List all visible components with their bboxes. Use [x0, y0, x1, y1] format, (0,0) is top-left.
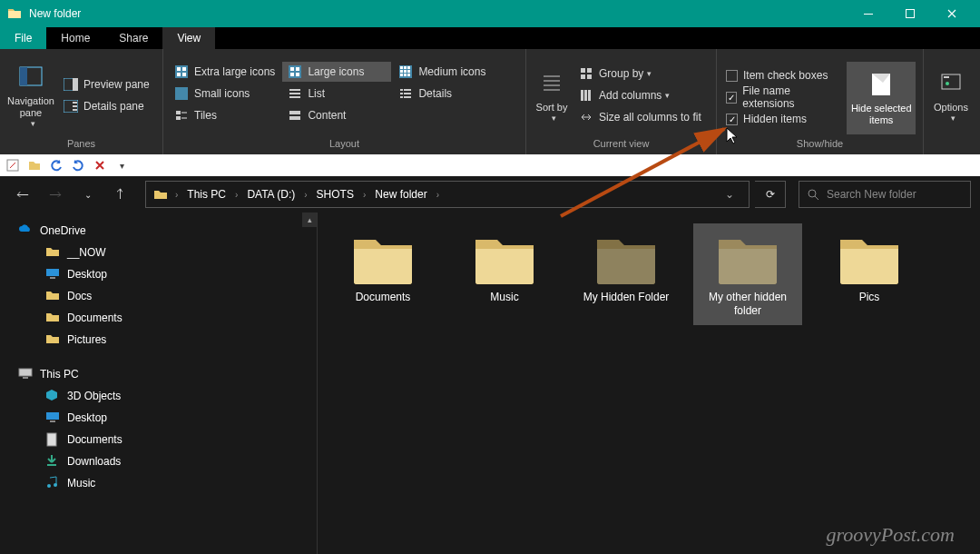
- svg-rect-38: [400, 96, 403, 98]
- grid-icon: [288, 64, 302, 79]
- chevron-down-icon: ▾: [665, 91, 670, 100]
- grid-icon: [174, 86, 189, 101]
- qat-dropdown-icon[interactable]: ▾: [114, 158, 129, 173]
- layout-small[interactable]: Small icons: [169, 84, 280, 104]
- folder-item[interactable]: Documents: [328, 223, 437, 325]
- cursor-icon: [726, 127, 739, 145]
- folder-item[interactable]: My Hidden Folder: [572, 223, 681, 325]
- size-columns-icon: [579, 110, 593, 124]
- breadcrumb-newfolder[interactable]: New folder: [373, 188, 428, 201]
- preview-pane-icon: [64, 77, 78, 92]
- refresh-button[interactable]: ⟳: [755, 181, 786, 208]
- navigation-pane-button[interactable]: Navigation pane ▾: [4, 59, 58, 132]
- cube-icon: [45, 389, 60, 403]
- addressbar-dropdown[interactable]: ⌄: [718, 181, 741, 208]
- svg-point-72: [47, 484, 51, 488]
- delete-icon[interactable]: [93, 158, 107, 173]
- svg-rect-67: [23, 377, 28, 379]
- folder-item[interactable]: Pics: [815, 223, 924, 325]
- redo-icon[interactable]: [71, 158, 85, 173]
- sidebar: ▴ OneDrive __NOW Desktop Docs Documents …: [0, 213, 318, 554]
- recent-dropdown[interactable]: ⌄: [74, 181, 102, 208]
- sidebar-documents[interactable]: Documents: [0, 429, 317, 450]
- breadcrumb-sep[interactable]: ›: [172, 190, 181, 200]
- sidebar-3d-objects[interactable]: 3D Objects: [0, 385, 317, 407]
- preview-pane-button[interactable]: Preview pane: [58, 74, 155, 94]
- svg-rect-70: [47, 433, 56, 446]
- details-icon: [398, 86, 413, 101]
- search-input[interactable]: Search New folder: [799, 181, 971, 208]
- group-by-button[interactable]: Group by▾: [573, 64, 707, 84]
- tab-view[interactable]: View: [162, 27, 215, 49]
- size-columns-button[interactable]: Size all columns to fit: [573, 107, 707, 127]
- sidebar-onedrive[interactable]: OneDrive: [0, 220, 317, 242]
- tab-home[interactable]: Home: [46, 27, 104, 49]
- svg-rect-32: [289, 93, 300, 94]
- main-area: ▴ OneDrive __NOW Desktop Docs Documents …: [0, 213, 980, 554]
- folder-icon[interactable]: [27, 158, 42, 173]
- hide-selected-items-button[interactable]: Hide selected items: [847, 62, 916, 134]
- desktop-icon: [45, 411, 60, 425]
- layout-medium[interactable]: Medium icons: [393, 62, 502, 82]
- svg-rect-44: [289, 111, 300, 114]
- svg-rect-27: [400, 74, 403, 76]
- tab-file[interactable]: File: [0, 27, 46, 49]
- svg-rect-37: [404, 93, 411, 94]
- chevron-down-icon: ▾: [951, 114, 956, 123]
- folder-content[interactable]: DocumentsMusicMy Hidden FolderMy other h…: [318, 213, 980, 554]
- tab-share[interactable]: Share: [104, 27, 162, 49]
- breadcrumb-sep[interactable]: ›: [300, 190, 310, 200]
- breadcrumb-sep[interactable]: ›: [433, 190, 443, 200]
- forward-button[interactable]: 🡒: [42, 181, 69, 208]
- layout-large[interactable]: Large icons: [282, 62, 391, 82]
- file-name-extensions-checkbox[interactable]: ✓File name extensions: [720, 87, 843, 107]
- breadcrumb-shots[interactable]: SHOTS: [315, 188, 356, 201]
- sidebar-docs[interactable]: Docs: [0, 285, 317, 307]
- sidebar-scrollbar[interactable]: [302, 213, 317, 554]
- sidebar-downloads[interactable]: Downloads: [0, 450, 317, 472]
- svg-rect-55: [584, 90, 587, 101]
- layout-content[interactable]: Content: [282, 105, 391, 125]
- options-icon: [936, 69, 965, 98]
- add-columns-button[interactable]: Add columns▾: [573, 85, 707, 105]
- sidebar-documents-onedrive[interactable]: Documents: [0, 307, 317, 329]
- folder-item[interactable]: Music: [450, 223, 559, 325]
- close-button[interactable]: [931, 0, 973, 27]
- svg-rect-31: [289, 89, 300, 91]
- breadcrumb-data[interactable]: DATA (D:): [245, 188, 297, 201]
- sidebar-pictures[interactable]: Pictures: [0, 329, 317, 351]
- minimize-button[interactable]: [848, 0, 889, 27]
- breadcrumb-thispc[interactable]: This PC: [185, 188, 228, 201]
- desktop-icon: [45, 267, 60, 282]
- details-pane-button[interactable]: Details pane: [58, 96, 155, 116]
- sidebar-scroll-up[interactable]: ▴: [302, 213, 317, 227]
- breadcrumb-sep[interactable]: ›: [359, 190, 369, 200]
- options-button[interactable]: Options ▾: [927, 59, 975, 132]
- sidebar-this-pc[interactable]: This PC: [0, 363, 317, 385]
- folder-item[interactable]: My other hidden folder: [693, 223, 802, 325]
- svg-rect-30: [175, 87, 188, 100]
- layout-list[interactable]: List: [282, 84, 391, 104]
- properties-icon[interactable]: [5, 158, 20, 173]
- folder-icon: [45, 289, 60, 303]
- svg-rect-56: [588, 90, 591, 101]
- maximize-button[interactable]: [889, 0, 931, 27]
- item-check-boxes-checkbox[interactable]: Item check boxes: [720, 65, 843, 85]
- layout-details[interactable]: Details: [393, 84, 502, 104]
- breadcrumb-sep[interactable]: ›: [231, 190, 241, 200]
- up-button[interactable]: 🡑: [107, 181, 134, 208]
- hidden-items-checkbox[interactable]: ✓Hidden items: [720, 109, 843, 129]
- sort-by-button[interactable]: Sort by ▾: [530, 59, 573, 132]
- back-button[interactable]: 🡐: [9, 181, 36, 208]
- sidebar-desktop[interactable]: Desktop: [0, 407, 317, 429]
- undo-icon[interactable]: [49, 158, 64, 173]
- svg-rect-7: [73, 102, 77, 104]
- layout-tiles[interactable]: Tiles: [169, 105, 280, 125]
- layout-extra-large[interactable]: Extra large icons: [169, 62, 280, 82]
- sidebar-desktop-onedrive[interactable]: Desktop: [0, 263, 317, 285]
- folder-name: Pics: [859, 291, 880, 318]
- sidebar-music[interactable]: Music: [0, 472, 317, 494]
- address-bar[interactable]: › This PC › DATA (D:) › SHOTS › New fold…: [145, 181, 750, 208]
- columns-icon: [579, 88, 593, 103]
- sidebar-now[interactable]: __NOW: [0, 242, 317, 263]
